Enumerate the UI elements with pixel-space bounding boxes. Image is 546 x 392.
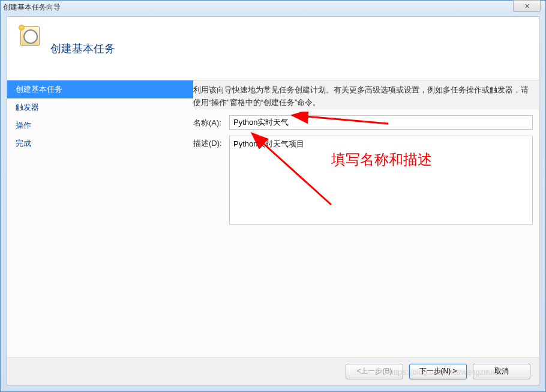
form-row-description: 描述(D): [193, 136, 533, 225]
description-label: 描述(D): [193, 136, 229, 149]
titlebar: 创建基本任务向导 ✕ [1, 1, 545, 14]
instruction-text: 利用该向导快速地为常见任务创建计划。有关更多高级选项或设置，例如多任务操作或触发… [193, 84, 533, 109]
form-row-name: 名称(A): [193, 115, 533, 130]
sidebar-item-label: 触发器 [16, 103, 39, 112]
name-input[interactable] [229, 115, 533, 130]
header-section: 创建基本任务 [7, 17, 539, 80]
sidebar-item-label: 完成 [16, 139, 31, 148]
sidebar: 创建基本任务 触发器 操作 完成 [7, 80, 193, 357]
content-section: 创建基本任务 触发器 操作 完成 利用该向导快速地为常见任务创建计划。有关更多高… [7, 80, 539, 357]
name-label: 名称(A): [193, 115, 229, 128]
task-scheduler-icon [20, 26, 40, 46]
page-title: 创建基本任务 [50, 41, 115, 56]
footer: <上一步(B) 下一步(N) > 取消 [7, 357, 539, 385]
close-button[interactable]: ✕ [513, 0, 541, 12]
close-icon: ✕ [524, 2, 530, 10]
next-button[interactable]: 下一步(N) > [409, 364, 467, 379]
sidebar-item-trigger[interactable]: 触发器 [7, 98, 193, 116]
dialog-body: 创建基本任务 创建基本任务 触发器 操作 完成 利用该向导快速地为常见任务创建计… [7, 16, 539, 385]
sidebar-item-action[interactable]: 操作 [7, 116, 193, 134]
sidebar-item-label: 创建基本任务 [16, 85, 62, 94]
description-input[interactable] [229, 136, 533, 225]
cancel-button[interactable]: 取消 [473, 364, 530, 379]
sidebar-item-finish[interactable]: 完成 [7, 134, 193, 152]
back-button: <上一步(B) [346, 364, 403, 379]
main-panel: 利用该向导快速地为常见任务创建计划。有关更多高级选项或设置，例如多任务操作或触发… [193, 80, 539, 357]
wizard-window: 创建基本任务向导 ✕ 创建基本任务 创建基本任务 触发器 操作 完成 [0, 0, 546, 392]
sidebar-item-label: 操作 [16, 121, 31, 130]
window-title: 创建基本任务向导 [3, 2, 61, 13]
sidebar-item-create-basic-task[interactable]: 创建基本任务 [7, 80, 193, 98]
